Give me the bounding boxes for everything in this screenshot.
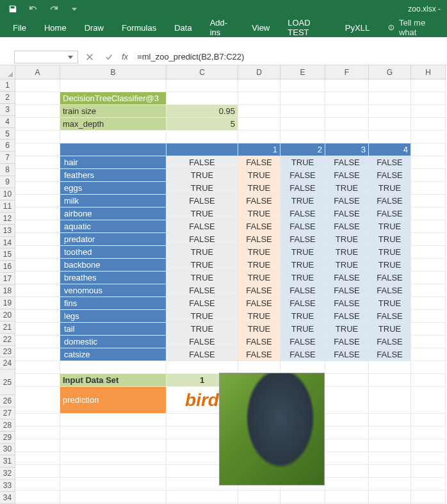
row-header-22[interactable]: 22 — [0, 334, 15, 346]
cell-G21[interactable]: FALSE — [369, 336, 411, 348]
cell-D19[interactable]: TRUE — [238, 310, 280, 323]
cell-B25[interactable]: prediction — [60, 387, 167, 414]
row-header-12[interactable]: 12 — [0, 213, 15, 225]
cell-G5[interactable] — [369, 131, 411, 143]
redo-button[interactable] — [45, 2, 63, 16]
row-header-32[interactable]: 32 — [0, 467, 15, 480]
cell-D6[interactable]: 1 — [238, 143, 280, 156]
cell-H1[interactable] — [411, 79, 446, 92]
cell-E2[interactable] — [280, 92, 325, 105]
cell-F16[interactable]: FALSE — [325, 272, 369, 284]
cell-H7[interactable] — [411, 156, 446, 169]
cell-C21[interactable]: FALSE — [167, 336, 238, 348]
cell-F22[interactable]: FALSE — [325, 348, 369, 361]
cell-B17[interactable]: venomous — [60, 284, 167, 297]
cell-D15[interactable]: TRUE — [238, 259, 280, 272]
cell-G28[interactable] — [369, 439, 411, 452]
cell-C2[interactable] — [167, 92, 238, 105]
cell-F25[interactable] — [325, 387, 369, 414]
cell-B9[interactable]: eggs — [60, 182, 167, 195]
cell-F28[interactable] — [325, 439, 369, 452]
cell-C5[interactable] — [167, 131, 238, 143]
cell-G3[interactable] — [369, 105, 411, 118]
cell-H18[interactable] — [411, 297, 446, 310]
cell-F5[interactable] — [325, 131, 369, 143]
cell-F21[interactable]: FALSE — [325, 336, 369, 348]
column-header-F[interactable]: F — [325, 65, 369, 79]
cell-E9[interactable]: FALSE — [280, 182, 325, 195]
row-header-23[interactable]: 23 — [0, 346, 15, 358]
cell-E15[interactable]: TRUE — [280, 259, 325, 272]
cell-D5[interactable] — [238, 131, 280, 143]
cell-H11[interactable] — [411, 207, 446, 220]
cell-B22[interactable]: catsize — [60, 348, 167, 361]
cell-E22[interactable]: FALSE — [280, 348, 325, 361]
cell-H16[interactable] — [411, 272, 446, 284]
row-header-6[interactable]: 6 — [0, 140, 15, 152]
cell-E8[interactable]: FALSE — [280, 169, 325, 182]
cell-H5[interactable] — [411, 131, 446, 143]
cell-E19[interactable]: TRUE — [280, 310, 325, 323]
row-header-14[interactable]: 14 — [0, 237, 15, 249]
cell-G15[interactable]: TRUE — [369, 259, 411, 272]
cell-C17[interactable]: FALSE — [167, 284, 238, 297]
cell-G1[interactable] — [369, 79, 411, 92]
cell-G12[interactable]: TRUE — [369, 220, 411, 233]
row-header-25[interactable]: 25 — [0, 370, 15, 395]
cell-H9[interactable] — [411, 182, 446, 195]
qat-customize-button[interactable] — [65, 2, 83, 16]
cell-H17[interactable] — [411, 284, 446, 297]
cell-F7[interactable]: FALSE — [325, 156, 369, 169]
cell-G8[interactable]: FALSE — [369, 169, 411, 182]
cell-B18[interactable]: fins — [60, 297, 167, 310]
cell-G27[interactable] — [369, 427, 411, 439]
cell-D11[interactable]: TRUE — [238, 207, 280, 220]
cell-C32[interactable] — [167, 491, 238, 503]
cell-H20[interactable] — [411, 323, 446, 336]
cell-F9[interactable]: TRUE — [325, 182, 369, 195]
cell-B30[interactable] — [60, 465, 167, 478]
cell-A20[interactable] — [15, 323, 60, 336]
save-button[interactable] — [4, 2, 22, 16]
cell-A7[interactable] — [15, 156, 60, 169]
cell-A4[interactable] — [15, 118, 60, 131]
cell-D16[interactable]: TRUE — [238, 272, 280, 284]
cell-G18[interactable]: TRUE — [369, 297, 411, 310]
cell-B7[interactable]: hair — [60, 156, 167, 169]
bird-image[interactable] — [219, 373, 325, 485]
cell-B12[interactable]: aquatic — [60, 220, 167, 233]
cell-B21[interactable]: domestic — [60, 336, 167, 348]
cell-E14[interactable]: TRUE — [280, 246, 325, 259]
row-header-4[interactable]: 4 — [0, 116, 15, 128]
accept-formula-button[interactable] — [101, 51, 117, 63]
row-header-5[interactable]: 5 — [0, 128, 15, 140]
cell-E4[interactable] — [280, 118, 325, 131]
cell-A2[interactable] — [15, 92, 60, 105]
column-header-H[interactable]: H — [411, 65, 446, 79]
column-header-G[interactable]: G — [369, 65, 411, 79]
cell-E21[interactable]: FALSE — [280, 336, 325, 348]
cell-G23[interactable] — [369, 361, 411, 374]
cell-F18[interactable]: FALSE — [325, 297, 369, 310]
column-header-C[interactable]: C — [167, 65, 238, 79]
cell-D23[interactable] — [238, 361, 280, 374]
row-header-13[interactable]: 13 — [0, 225, 15, 237]
cell-F14[interactable]: TRUE — [325, 246, 369, 259]
cell-C4[interactable]: 5 — [167, 118, 238, 131]
cell-A27[interactable] — [15, 427, 60, 439]
cell-B10[interactable]: milk — [60, 195, 167, 207]
cell-G6[interactable]: 4 — [369, 143, 411, 156]
tell-me-search[interactable]: Tell me what — [382, 18, 443, 37]
cancel-formula-button[interactable] — [82, 51, 97, 63]
cell-G7[interactable]: FALSE — [369, 156, 411, 169]
row-header-2[interactable]: 2 — [0, 92, 15, 104]
cell-H15[interactable] — [411, 259, 446, 272]
cell-C1[interactable] — [167, 79, 238, 92]
cell-C7[interactable]: FALSE — [167, 156, 238, 169]
cell-F6[interactable]: 3 — [325, 143, 369, 156]
cell-A23[interactable] — [15, 361, 60, 374]
cell-A22[interactable] — [15, 348, 60, 361]
cell-A18[interactable] — [15, 297, 60, 310]
cell-B4[interactable]: max_depth — [60, 118, 167, 131]
cell-A16[interactable] — [15, 272, 60, 284]
